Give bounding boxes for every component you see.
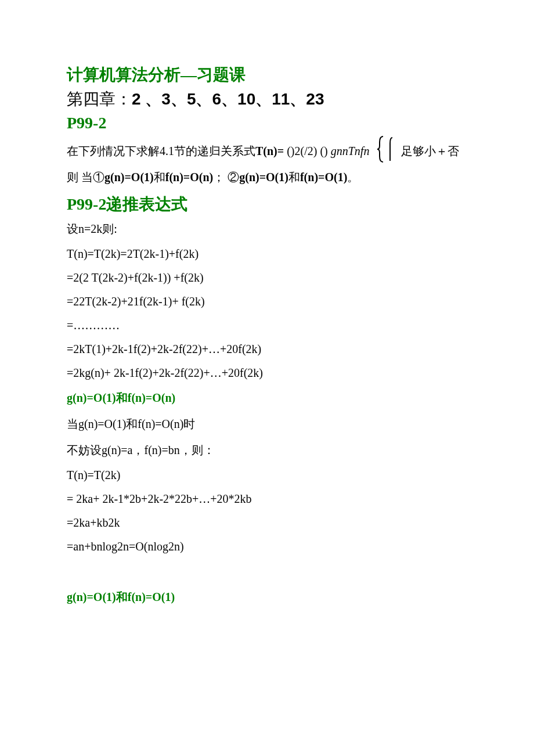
math-line: =22T(2k-2)+21f(2k-1)+ f(2k) [67, 295, 467, 308]
formula-bold: f(n)=O(n) [165, 171, 214, 183]
text-span: ()2(/2) () [284, 145, 331, 157]
math-line: =2ka+kb2k [67, 516, 467, 530]
math-line: = 2ka+ 2k-1*2b+2k-2*22b+…+20*2kb [67, 492, 467, 506]
math-line: T(n)=T(2k) [67, 469, 467, 482]
math-line: =an+bnlog2n=O(nlog2n) [67, 540, 467, 553]
subsection-heading-case2: g(n)=O(1)和f(n)=O(1) [67, 589, 467, 605]
formula-bold: g(n)=O(1) [67, 391, 116, 404]
formula-bold: f(n)=O(1) [128, 591, 175, 603]
curly-brace-icon [369, 140, 398, 164]
formula-bold: g(n)=O(1) [67, 591, 116, 603]
formula-bold: g(n)=O(1) [239, 171, 288, 183]
math-line: 不妨设g(n)=a，f(n)=bn，则： [67, 442, 467, 458]
text-span: ； ② [213, 171, 239, 183]
spacer [67, 564, 467, 581]
math-line: T(n)=T(2k)=2T(2k-1)+f(2k) [67, 247, 467, 261]
subtitle-numbers: 2 、3、5、6、10、11、23 [132, 90, 324, 108]
main-title: 计算机算法分析—习题课 [67, 64, 467, 86]
document-page: 计算机算法分析—习题课 第四章：2 、3、5、6、10、11、23 P99-2 … [0, 0, 534, 636]
text-span: 和 [116, 591, 128, 603]
chapter-subtitle: 第四章：2 、3、5、6、10、11、23 [67, 88, 467, 110]
math-line: 当g(n)=O(1)和f(n)=O(n)时 [67, 416, 467, 432]
text-span: 在下列情况下求解4.1节的递归关系式 [67, 145, 255, 157]
math-line: =2kT(1)+2k-1f(2)+2k-2f(22)+…+20f(2k) [67, 343, 467, 356]
subtitle-prefix: 第四章： [67, 90, 132, 108]
formula-bold: T(n)= [255, 145, 284, 157]
section-heading-recursion: P99-2递推表达式 [67, 193, 467, 215]
math-line: =2(2 T(2k-2)+f(2k-1)) +f(2k) [67, 271, 467, 285]
text-span: 和 [154, 171, 165, 183]
subsection-heading-case1: g(n)=O(1)和f(n)=O(n) [67, 390, 467, 406]
text-span: 和 [288, 171, 300, 183]
math-line: =………… [67, 319, 467, 332]
text-span: 。 [347, 171, 359, 183]
math-line: =2kg(n)+ 2k-1f(2)+2k-2f(22)+…+20f(2k) [67, 366, 467, 380]
formula-bold: f(n)=O(1) [300, 171, 347, 183]
math-line: 设n=2k则: [67, 221, 467, 237]
formula-bold: g(n)=O(1) [104, 171, 154, 183]
section-heading-p99-2: P99-2 [67, 114, 467, 132]
text-span: 和 [116, 391, 128, 404]
formula-italic: gnnTnfn [331, 145, 370, 157]
formula-bold: f(n)=O(n) [128, 391, 176, 404]
problem-statement: 在下列情况下求解4.1节的递归关系式T(n)= ()2(/2) () gnnTn… [67, 138, 467, 190]
